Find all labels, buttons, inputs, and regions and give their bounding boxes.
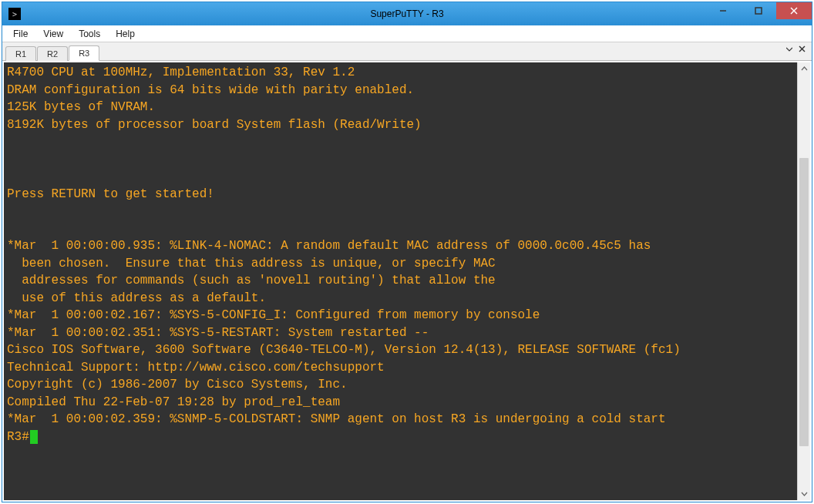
chevron-down-icon — [786, 46, 792, 52]
terminal-line: use of this address as a default. — [7, 290, 794, 307]
app-window: SuperPuTTY - R3 File View Tools Help R1 … — [2, 2, 812, 502]
terminal-line: Technical Support: http://www.cisco.com/… — [7, 359, 794, 377]
terminal-prompt: R3# — [7, 428, 29, 446]
tab-options-button[interactable] — [785, 45, 794, 54]
menubar: File View Tools Help — [2, 25, 812, 42]
scrollbar-thumb[interactable] — [799, 158, 809, 446]
terminal-line: addresses for commands (such as 'novell … — [7, 272, 794, 290]
maximize-icon — [755, 7, 762, 15]
menu-file[interactable]: File — [5, 27, 35, 41]
chevron-up-icon — [801, 66, 808, 72]
menu-help[interactable]: Help — [108, 27, 143, 41]
terminal-line: Compiled Thu 22-Feb-07 19:28 by prod_rel… — [7, 394, 794, 412]
tab-r1[interactable]: R1 — [5, 46, 36, 61]
maximize-button[interactable] — [741, 2, 776, 19]
scrollbar[interactable] — [797, 62, 810, 500]
chevron-down-icon — [801, 490, 808, 497]
close-icon — [799, 45, 806, 52]
terminal-line — [7, 133, 794, 151]
terminal-line: Cisco IOS Software, 3600 Software (C3640… — [7, 341, 794, 359]
terminal-line: 8192K bytes of processor board System fl… — [7, 116, 794, 134]
terminal-line: Press RETURN to get started! — [7, 186, 794, 203]
minimize-icon — [719, 7, 727, 15]
tab-r3[interactable]: R3 — [69, 45, 99, 61]
titlebar: SuperPuTTY - R3 — [2, 2, 812, 25]
minimize-button[interactable] — [705, 2, 741, 19]
window-controls — [705, 2, 812, 19]
terminal-line: *Mar 1 00:00:02.359: %SNMP-5-COLDSTART: … — [7, 411, 794, 428]
app-icon — [8, 8, 21, 20]
tab-controls — [785, 45, 807, 54]
terminal-line: been chosen. Ensure that this address is… — [7, 255, 794, 273]
terminal-line — [7, 203, 794, 220]
window-title: SuperPuTTY - R3 — [370, 8, 443, 19]
terminal-area: R4700 CPU at 100MHz, Implementation 33, … — [2, 61, 812, 502]
tab-r2[interactable]: R2 — [37, 46, 68, 61]
terminal-line: *Mar 1 00:00:02.167: %SYS-5-CONFIG_I: Co… — [7, 307, 794, 324]
terminal-line: *Mar 1 00:00:00.935: %LINK-4-NOMAC: A ra… — [7, 237, 794, 255]
scroll-down-button[interactable] — [798, 487, 810, 500]
terminal-line — [7, 151, 794, 169]
terminal-line: Copyright (c) 1986-2007 by Cisco Systems… — [7, 376, 794, 394]
terminal-line: DRAM configuration is 64 bits wide with … — [7, 82, 794, 99]
terminal-line — [7, 168, 794, 186]
close-button[interactable] — [776, 2, 812, 19]
terminal-prompt-line: R3# — [7, 428, 794, 446]
terminal[interactable]: R4700 CPU at 100MHz, Implementation 33, … — [4, 62, 797, 500]
terminal-line: R4700 CPU at 100MHz, Implementation 33, … — [7, 64, 794, 82]
terminal-cursor — [30, 430, 38, 444]
terminal-line — [7, 220, 794, 238]
scroll-up-button[interactable] — [798, 62, 810, 76]
scrollbar-track[interactable] — [798, 76, 810, 487]
close-icon — [790, 7, 798, 15]
menu-view[interactable]: View — [35, 27, 71, 41]
menu-tools[interactable]: Tools — [71, 27, 108, 41]
tab-close-button[interactable] — [797, 45, 807, 54]
tabbar: R1 R2 R3 — [2, 42, 812, 61]
terminal-line: 125K bytes of NVRAM. — [7, 99, 794, 116]
terminal-line: *Mar 1 00:00:02.351: %SYS-5-RESTART: Sys… — [7, 324, 794, 342]
svg-rect-1 — [755, 8, 762, 14]
